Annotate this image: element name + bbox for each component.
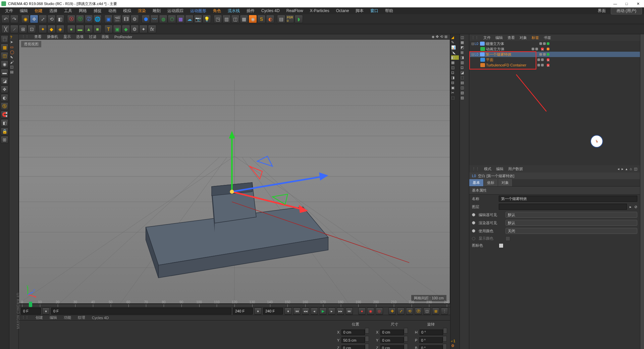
vp-options[interactable]: 选项 (76, 34, 84, 39)
object-name[interactable]: 碰撞立方体 (486, 41, 504, 46)
timeline-ruler[interactable]: 0102030405060708090100110120130140150160… (19, 304, 450, 307)
om-item[interactable]: 平面✕ (469, 57, 640, 62)
spin-sx[interactable] (404, 328, 408, 334)
menu-script[interactable]: 脚本 (353, 7, 367, 14)
layer-input[interactable] (499, 204, 627, 210)
menu-create[interactable]: 创建 (32, 7, 46, 14)
axis-z-toggle[interactable]: Ⓩ (85, 15, 93, 23)
menu-window[interactable]: 窗口 (367, 7, 381, 14)
expand-icon[interactable]: ⊟ (471, 42, 475, 46)
key-pos-button[interactable]: ✥ (388, 307, 396, 315)
camera-button[interactable]: 📷 (194, 15, 202, 23)
mat-cycles[interactable]: Cycles 4D (92, 316, 109, 320)
rt1-j[interactable]: ⊟ (451, 81, 459, 85)
rt1-i[interactable]: ◨ (451, 76, 459, 80)
rt2-b[interactable]: ▦ (461, 40, 468, 45)
vp-panel[interactable]: 面板 (102, 34, 109, 39)
rt1-k[interactable]: ▣ (451, 86, 459, 90)
vp-nav1[interactable]: ◈ (432, 35, 434, 39)
attr-nav-fwd[interactable]: ▸ (622, 167, 624, 171)
menu-edit[interactable]: 编辑 (17, 7, 31, 14)
lt-anim[interactable]: ◐ (1, 94, 8, 102)
mode-obj[interactable]: ■ (93, 25, 102, 33)
radio-rvis[interactable] (472, 221, 475, 225)
lt-magnet[interactable]: 🧲 (1, 111, 8, 118)
spin-sy[interactable] (404, 336, 408, 342)
rt1-g[interactable]: ◫ (451, 65, 459, 70)
menu-tools[interactable]: 工具 (61, 7, 75, 14)
cube-primitive-button[interactable]: ▣ (104, 15, 113, 23)
gear-icon[interactable]: ⚙ (130, 25, 139, 33)
vp-nav4[interactable]: ⊞ (444, 35, 447, 39)
key-end-button[interactable]: ⋮ (441, 307, 448, 315)
rt2-k[interactable]: ◫ (461, 86, 468, 90)
object-name[interactable]: TurbulenceFD Container (486, 63, 526, 67)
group2b[interactable]: ◆ (47, 25, 56, 33)
scale-tool[interactable]: ⤢ (39, 15, 47, 23)
pos-z-input[interactable] (341, 345, 365, 349)
lt2-arrow[interactable]: ➤ (10, 40, 18, 44)
rot-p-input[interactable] (419, 337, 443, 343)
mode-poly[interactable]: ▲ (85, 25, 93, 33)
size-x-input[interactable] (380, 330, 404, 335)
move-tool[interactable]: ✥ (30, 15, 38, 23)
menu-realflow[interactable]: RealFlow (283, 8, 306, 14)
menu-character[interactable]: 角色 (210, 7, 224, 14)
spin-pz[interactable] (365, 344, 369, 349)
spin-rp[interactable] (443, 336, 447, 342)
lt-face[interactable]: ◪ (1, 77, 8, 85)
menu-select[interactable]: 选择 (46, 7, 60, 14)
tool-f[interactable]: S (257, 15, 266, 23)
name-input[interactable]: 第一个烟雾特效 (499, 196, 637, 202)
om-item[interactable]: ⊟L0第一个烟雾特效 (469, 52, 640, 57)
psr-button[interactable]: PSR0 (286, 15, 294, 23)
render-settings-button[interactable]: 🎞 (122, 15, 130, 23)
om-item[interactable]: ⊟L0碰撞立方体 (469, 41, 640, 46)
om-file[interactable]: 文件 (483, 35, 491, 40)
om-view[interactable]: 查看 (507, 35, 515, 40)
rotate-tool[interactable]: ⟲ (47, 15, 56, 23)
prev-frame-button[interactable]: ◂ (311, 307, 318, 315)
keysel-button[interactable]: ◎ (376, 307, 383, 315)
tool-b[interactable]: ▥ (222, 15, 231, 23)
tab-basic[interactable]: 基本 (469, 179, 484, 186)
cube-small[interactable]: ▣ (113, 25, 121, 33)
mat-create[interactable]: 创建 (36, 315, 43, 320)
rt2-g[interactable]: ⊡ (461, 65, 468, 70)
autokey-button[interactable]: ◉ (367, 307, 374, 315)
lt-point[interactable]: ◉ (1, 60, 8, 68)
menu-anim[interactable]: 动画 (105, 7, 119, 14)
key-scl-button[interactable]: ⤢ (397, 307, 405, 315)
mat-tex[interactable]: 纹理 (78, 315, 85, 320)
menu-pipeline[interactable]: 流水线 (225, 7, 243, 14)
spin-sz[interactable] (404, 344, 408, 349)
key-par-button[interactable]: Ⓟ (415, 307, 422, 315)
om-item[interactable]: 动画立方体✕ (469, 46, 640, 52)
lt2-lasso[interactable]: ◯ (10, 50, 18, 54)
rt2-i[interactable]: ⬚ (461, 76, 468, 80)
spline-button[interactable]: 〰 (150, 15, 159, 23)
tool-a[interactable]: ◳ (214, 15, 222, 23)
rt2-j[interactable]: ▤ (461, 81, 468, 85)
lt-uvw[interactable]: ◫ (1, 52, 8, 60)
layer-picker-icon[interactable]: ▸ (630, 205, 632, 209)
lt-grid[interactable]: ⊞ (1, 136, 8, 144)
key-opt-button[interactable]: ⊞ (432, 307, 439, 315)
select-tool[interactable]: ◉ (21, 15, 30, 23)
vp-view[interactable]: 查看 (34, 34, 42, 39)
group1b[interactable]: ⟋ (10, 25, 18, 33)
rt2-l[interactable]: ▧ (461, 91, 468, 95)
timeline-playhead[interactable] (29, 302, 32, 307)
render-view-button[interactable]: 🎬 (113, 15, 121, 23)
size-z-input[interactable] (380, 345, 404, 349)
tab-coord[interactable]: 坐标 (484, 179, 498, 186)
lt2-rect[interactable]: ▭ (10, 45, 18, 49)
generator2-button[interactable]: ⬡ (168, 15, 176, 23)
layer-clear-icon[interactable]: ⊘ (634, 205, 637, 209)
spin-icon[interactable]: ♦ (42, 307, 50, 315)
tool-e[interactable]: ◉ (249, 15, 257, 23)
goto-end-button[interactable]: ⏭ (345, 307, 353, 315)
pos-x-input[interactable] (341, 330, 365, 335)
rt1-gear[interactable]: ⚙ (451, 344, 459, 348)
cursor-icon[interactable]: ? (10, 35, 18, 39)
